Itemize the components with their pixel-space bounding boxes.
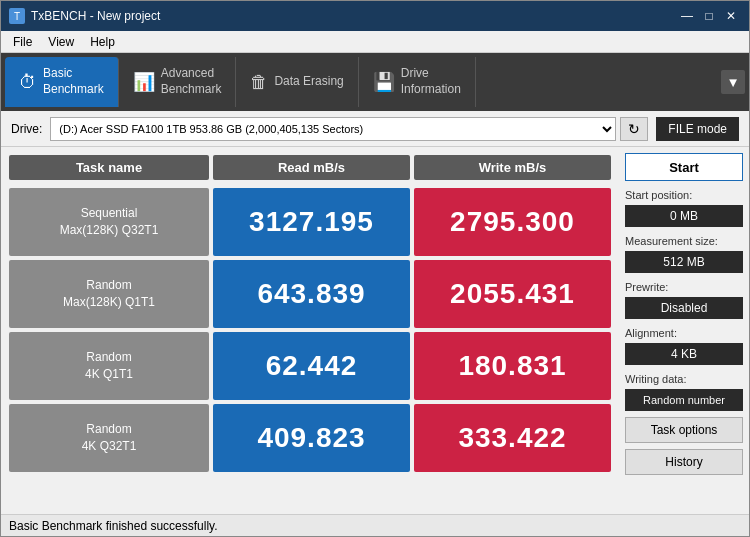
prewrite-label: Prewrite: [625,281,743,293]
start-position-label: Start position: [625,189,743,201]
main-window: T TxBENCH - New project — □ ✕ File View … [0,0,750,537]
title-controls: — □ ✕ [677,7,741,25]
prewrite-value: Disabled [625,297,743,319]
tab-basic-benchmark[interactable]: ⏱ BasicBenchmark [5,57,119,107]
write-seq-max: 2795.300 [414,188,611,256]
file-mode-button[interactable]: FILE mode [656,117,739,141]
alignment-label: Alignment: [625,327,743,339]
close-button[interactable]: ✕ [721,7,741,25]
drive-refresh-button[interactable]: ↻ [620,117,648,141]
maximize-button[interactable]: □ [699,7,719,25]
task-seq-max: SequentialMax(128K) Q32T1 [9,188,209,256]
drive-bar: Drive: (D:) Acer SSD FA100 1TB 953.86 GB… [1,111,749,147]
app-icon: T [9,8,25,24]
tab-bar: ⏱ BasicBenchmark 📊 AdvancedBenchmark 🗑 D… [1,53,749,111]
main-area: Task name Read mB/s Write mB/s Sequentia… [1,147,749,514]
start-position-value: 0 MB [625,205,743,227]
tab-advanced-benchmark[interactable]: 📊 AdvancedBenchmark [119,57,237,107]
tab-drive-information-label: DriveInformation [401,66,461,97]
drive-select-wrapper: (D:) Acer SSD FA100 1TB 953.86 GB (2,000… [50,117,648,141]
window-title: TxBENCH - New project [31,9,160,23]
header-write: Write mB/s [414,155,611,180]
menu-help[interactable]: Help [82,33,123,51]
data-erasing-icon: 🗑 [250,72,268,93]
result-row-2: RandomMax(128K) Q1T1 643.839 2055.431 [9,260,611,328]
start-button[interactable]: Start [625,153,743,181]
result-row-3: Random4K Q1T1 62.442 180.831 [9,332,611,400]
tab-drive-information[interactable]: 💾 DriveInformation [359,57,476,107]
task-rand-4k-q1: Random4K Q1T1 [9,332,209,400]
measurement-size-value: 512 MB [625,251,743,273]
read-rand-4k-q1: 62.442 [213,332,410,400]
result-row-1: SequentialMax(128K) Q32T1 3127.195 2795.… [9,188,611,256]
status-message: Basic Benchmark finished successfully. [9,519,218,533]
drive-select[interactable]: (D:) Acer SSD FA100 1TB 953.86 GB (2,000… [50,117,616,141]
advanced-benchmark-icon: 📊 [133,71,155,93]
read-rand-128k: 643.839 [213,260,410,328]
minimize-button[interactable]: — [677,7,697,25]
menu-view[interactable]: View [40,33,82,51]
menu-file[interactable]: File [5,33,40,51]
result-row-4: Random4K Q32T1 409.823 333.422 [9,404,611,472]
menu-bar: File View Help [1,31,749,53]
status-bar: Basic Benchmark finished successfully. [1,514,749,536]
alignment-value: 4 KB [625,343,743,365]
tab-advanced-benchmark-label: AdvancedBenchmark [161,66,222,97]
tab-basic-benchmark-label: BasicBenchmark [43,66,104,97]
header-read: Read mB/s [213,155,410,180]
writing-data-label: Writing data: [625,373,743,385]
title-bar-left: T TxBENCH - New project [9,8,160,24]
tab-data-erasing-label: Data Erasing [274,74,343,90]
write-rand-4k-q1: 180.831 [414,332,611,400]
write-rand-4k-q32: 333.422 [414,404,611,472]
title-bar: T TxBENCH - New project — □ ✕ [1,1,749,31]
read-seq-max: 3127.195 [213,188,410,256]
tab-data-erasing[interactable]: 🗑 Data Erasing [236,57,358,107]
results-header: Task name Read mB/s Write mB/s [9,155,611,180]
history-button[interactable]: History [625,449,743,475]
right-panel: Start Start position: 0 MB Measurement s… [619,147,749,514]
writing-data-value: Random number [625,389,743,411]
header-task-name: Task name [9,155,209,180]
task-rand-128k: RandomMax(128K) Q1T1 [9,260,209,328]
measurement-size-label: Measurement size: [625,235,743,247]
results-panel: Task name Read mB/s Write mB/s Sequentia… [1,147,619,514]
write-rand-128k: 2055.431 [414,260,611,328]
read-rand-4k-q32: 409.823 [213,404,410,472]
tab-dropdown-button[interactable]: ▼ [721,70,745,94]
drive-information-icon: 💾 [373,71,395,93]
basic-benchmark-icon: ⏱ [19,72,37,93]
drive-label: Drive: [11,122,42,136]
task-options-button[interactable]: Task options [625,417,743,443]
task-rand-4k-q32: Random4K Q32T1 [9,404,209,472]
